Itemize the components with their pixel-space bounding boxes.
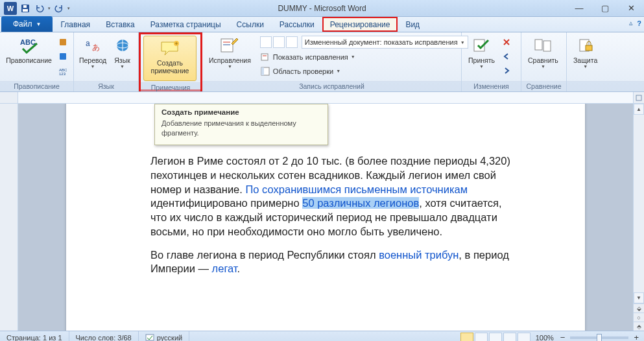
- research-button[interactable]: [55, 35, 71, 49]
- language-label: Язык: [114, 56, 130, 64]
- scroll-down-button[interactable]: ▼: [634, 292, 644, 303]
- svg-rect-23: [543, 41, 551, 51]
- view-print-layout[interactable]: [460, 333, 473, 342]
- redo-icon[interactable]: [53, 3, 65, 14]
- zoom-in-button[interactable]: +: [632, 333, 640, 341]
- tab-home[interactable]: Главная: [53, 17, 98, 32]
- scroll-up-button[interactable]: ▲: [634, 104, 644, 115]
- tab-view[interactable]: Вид: [398, 17, 427, 32]
- group-compare: Сравнить ▼ Сравнение: [521, 32, 567, 91]
- accept-label: Принять: [468, 56, 495, 64]
- globe-icon: [112, 35, 133, 56]
- tab-layout[interactable]: Разметка страницы: [143, 17, 229, 32]
- status-bar: Страница: 1 из 1 Число слов: 3/68 русски…: [0, 331, 644, 341]
- object-browse-down[interactable]: ⬘: [634, 322, 644, 331]
- vertical-ruler[interactable]: [0, 104, 18, 331]
- spelling-button[interactable]: ABC Правописание: [3, 34, 55, 79]
- view-outline[interactable]: [503, 333, 516, 342]
- markup-icon: [260, 52, 270, 62]
- reject-button[interactable]: [499, 35, 514, 49]
- ruler-toggle[interactable]: [633, 92, 644, 103]
- svg-text:123: 123: [59, 72, 66, 75]
- compare-button[interactable]: Сравнить ▼: [524, 34, 562, 79]
- balloon-toggle-3[interactable]: [286, 36, 298, 48]
- hyperlink[interactable]: легат: [212, 263, 237, 274]
- quick-access-toolbar: W ▾ ▾: [0, 2, 70, 15]
- svg-text:あ: あ: [92, 43, 100, 52]
- thesaurus-icon: [58, 51, 68, 62]
- zoom-slider[interactable]: [570, 336, 628, 339]
- qat-customize-icon[interactable]: ▾: [67, 6, 70, 11]
- accept-button[interactable]: Принять ▼: [464, 34, 499, 79]
- balloon-toggle-2[interactable]: [273, 36, 285, 48]
- group-protect-label: [567, 81, 644, 91]
- object-browse-select[interactable]: ○: [634, 312, 644, 322]
- undo-dropdown-icon[interactable]: ▾: [48, 6, 51, 11]
- group-proofing: ABC Правописание ABC123 Правописание: [0, 32, 74, 91]
- hyperlink[interactable]: военный трибун: [379, 249, 459, 261]
- minimize-ribbon-icon[interactable]: ▵: [629, 19, 633, 27]
- tab-review[interactable]: Рецензирование: [322, 17, 398, 32]
- hyperlink[interactable]: По сохранившимся письменным источникам: [245, 183, 468, 195]
- tab-mailings[interactable]: Рассылки: [272, 17, 322, 32]
- zoom-level[interactable]: 100%: [536, 334, 554, 342]
- ruler-track[interactable]: [18, 92, 633, 103]
- chevron-down-icon: ▼: [91, 64, 95, 69]
- close-button[interactable]: ✕: [618, 0, 644, 17]
- next-icon: [501, 65, 512, 76]
- zoom-thumb[interactable]: [597, 334, 602, 342]
- status-language[interactable]: русский: [139, 331, 189, 341]
- view-draft[interactable]: [518, 333, 531, 342]
- zoom-out-button[interactable]: −: [559, 333, 567, 341]
- chevron-down-icon: ▼: [583, 64, 588, 69]
- paragraph-1[interactable]: Легион в Риме состоял от 2 до 10 тыс. (в…: [150, 154, 515, 239]
- group-language-label: Язык: [74, 81, 138, 91]
- tab-references[interactable]: Ссылки: [229, 17, 272, 32]
- view-full-screen[interactable]: [475, 333, 488, 342]
- maximize-button[interactable]: ▢: [592, 0, 618, 17]
- object-browse-up[interactable]: ⬙: [634, 303, 644, 312]
- track-changes-button[interactable]: Исправления ▼: [205, 34, 255, 79]
- help-icon[interactable]: ?: [637, 19, 641, 27]
- balloon-toggle-1[interactable]: [260, 36, 272, 48]
- wordcount-button[interactable]: ABC123: [55, 64, 71, 77]
- horizontal-ruler[interactable]: [0, 92, 644, 104]
- group-protect: Защита ▼: [567, 32, 644, 91]
- status-wordcount[interactable]: Число слов: 3/68: [69, 331, 139, 341]
- undo-icon[interactable]: [34, 3, 45, 14]
- svg-rect-14: [221, 39, 233, 52]
- protect-button[interactable]: Защита ▼: [569, 34, 601, 79]
- text-run: .: [237, 263, 241, 274]
- show-markup-dropdown[interactable]: Показать исправления ▼: [257, 50, 459, 64]
- paragraph-2[interactable]: Во главе легиона в период Республики сто…: [150, 248, 515, 277]
- new-comment-button[interactable]: Создать примечание: [143, 36, 197, 81]
- view-web-layout[interactable]: [489, 333, 502, 342]
- document-canvas[interactable]: Создать примечание Добавление примечания…: [18, 104, 633, 331]
- scroll-track[interactable]: [634, 115, 644, 292]
- selection[interactable]: 50 различных легионов: [302, 197, 419, 209]
- translate-button[interactable]: aあ Перевод ▼: [77, 34, 109, 79]
- book-icon: [58, 37, 68, 47]
- thesaurus-button[interactable]: [55, 49, 71, 63]
- document-area: Создать примечание Добавление примечания…: [0, 104, 644, 331]
- group-comments-label: Примечания: [141, 82, 200, 91]
- svg-text:ABC: ABC: [20, 38, 36, 46]
- group-tracking-label: Запись исправлений: [202, 81, 461, 91]
- tab-file[interactable]: Файл ▼: [1, 16, 53, 32]
- ruler-corner: [0, 92, 18, 103]
- prev-change-button[interactable]: [499, 49, 514, 63]
- tab-insert[interactable]: Вставка: [98, 17, 143, 32]
- status-page[interactable]: Страница: 1 из 1: [0, 331, 69, 341]
- reviewing-pane-dropdown[interactable]: Область проверки ▼: [257, 64, 459, 78]
- language-button[interactable]: Язык ▼: [109, 34, 136, 79]
- svg-rect-25: [586, 45, 592, 51]
- minimize-button[interactable]: —: [566, 0, 592, 17]
- chevron-down-icon: ▼: [228, 64, 232, 69]
- group-changes: Принять ▼ Изменения: [462, 32, 521, 91]
- save-icon[interactable]: [19, 3, 31, 14]
- vertical-scrollbar[interactable]: ▲ ▼ ⬙ ○ ⬘: [633, 104, 644, 331]
- spelling-label: Правописание: [6, 56, 52, 64]
- next-change-button[interactable]: [499, 64, 514, 77]
- chevron-down-icon: ▼: [36, 21, 42, 27]
- display-for-review-dropdown[interactable]: Измененный документ: показать исправлени…: [302, 36, 468, 49]
